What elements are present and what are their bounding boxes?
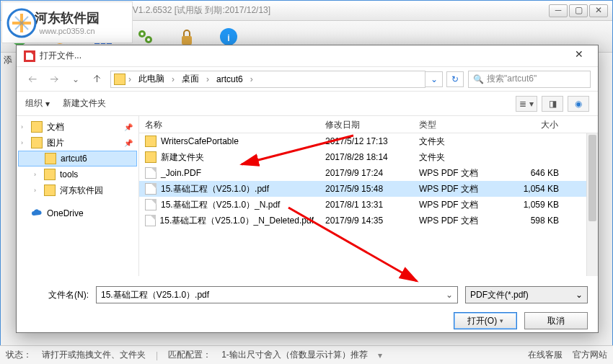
filetype-select[interactable]: PDF文件(*.pdf) ⌄ [465, 286, 588, 303]
col-type[interactable]: 类型 [413, 116, 500, 133]
official-site-link[interactable]: 官方网站 [573, 349, 607, 361]
nav-back-button[interactable]: 🡠 [24, 71, 41, 88]
dialog-footer: 文件名(N): 15.基础工程（V25.1.0）.pdf ⌄ PDF文件(*.p… [17, 276, 598, 338]
search-placeholder: 搜索"artcut6" [487, 73, 537, 85]
file-list: 名称 修改日期 类型 大小 WritersCafePortable2017/5/… [139, 116, 598, 276]
search-input[interactable]: 🔍 搜索"artcut6" [468, 71, 591, 88]
chevron-right-icon[interactable]: › [249, 72, 255, 86]
nav-tree[interactable]: ›文档📌›图片📌artcut6›tools›河东软件园OneDrive [17, 116, 139, 276]
file-row[interactable]: 15.基础工程（V25.1.0）_N.pdf2017/8/1 13:31WPS … [139, 197, 598, 213]
config-dropdown-icon[interactable]: ▾ [378, 350, 382, 360]
help-button[interactable]: ◉ [568, 96, 589, 112]
cancel-button[interactable]: 取消 [524, 312, 588, 329]
file-row[interactable]: _Join.PDF2017/9/9 17:24WPS PDF 文档646 KB [139, 165, 598, 181]
col-name[interactable]: 名称 [139, 116, 319, 133]
file-row[interactable]: 15.基础工程（V25.1.0）.pdf2017/5/9 15:48WPS PD… [139, 181, 598, 197]
search-icon: 🔍 [473, 74, 484, 84]
minimize-button[interactable]: ─ [549, 4, 568, 17]
svg-point-6 [147, 38, 150, 41]
col-size[interactable]: 大小 [500, 116, 565, 133]
tree-item[interactable]: OneDrive [18, 205, 137, 221]
svg-text:i: i [227, 33, 229, 43]
status-label: 状态： [6, 349, 32, 361]
folder-icon [145, 136, 156, 147]
side-label: 添 [4, 54, 12, 66]
status-rule: 1-输出尺寸舍入（倍数显示计算）推荐 [221, 349, 368, 361]
file-icon [145, 183, 156, 195]
preview-pane-button[interactable]: ◨ [542, 96, 563, 112]
file-row[interactable]: 新建文件夹2017/8/28 18:14文件夹 [139, 149, 598, 165]
maximize-button[interactable]: ▢ [569, 4, 588, 17]
nav-forward-button: 🡢 [45, 71, 63, 88]
scrollbar-thumb[interactable] [588, 135, 596, 221]
status-bar: 状态： 请打开或拖拽文件、文件夹 | 匹配配置： 1-输出尺寸舍入（倍数显示计算… [0, 345, 613, 364]
crumb-dropdown-button[interactable]: ⌄ [425, 71, 443, 87]
file-row[interactable]: WritersCafePortable2017/5/12 17:13文件夹 [139, 133, 598, 149]
crumb-pc[interactable]: 此电脑 [134, 72, 169, 86]
refresh-button[interactable]: ↻ [446, 71, 464, 87]
svg-point-5 [141, 32, 144, 35]
filetype-value: PDF文件(*.pdf) [470, 289, 529, 301]
nav-up-button[interactable]: 🡡 [89, 71, 106, 88]
watermark-logo: 河东软件园 www.pc0359.cn [1, 1, 133, 43]
status-match-label: 匹配配置： [168, 349, 211, 361]
tree-item[interactable]: artcut6 [18, 151, 137, 167]
nav-history-button[interactable]: ⌄ [67, 71, 84, 88]
online-service-link[interactable]: 在线客服 [528, 349, 563, 361]
chevron-down-icon: ⌄ [575, 290, 583, 300]
logo-url: www.pc0359.cn [39, 27, 94, 35]
file-icon [145, 215, 156, 226]
crumb-desktop[interactable]: 桌面 [177, 72, 203, 86]
tree-item[interactable]: ›文档📌 [18, 119, 137, 135]
dialog-titlebar: 打开文件... ✕ [17, 45, 598, 67]
chevron-right-icon[interactable]: › [127, 72, 133, 86]
breadcrumb[interactable]: › 此电脑 › 桌面 › artcut6 › [110, 71, 425, 88]
file-icon [145, 167, 156, 179]
dialog-title: 打开文件... [40, 50, 568, 62]
svg-rect-7 [182, 36, 192, 45]
col-date[interactable]: 修改日期 [319, 116, 413, 133]
command-bar: 组织▾ 新建文件夹 ≣ ▾ ◨ ◉ [17, 92, 598, 116]
new-folder-button[interactable]: 新建文件夹 [63, 97, 106, 110]
chevron-down-icon: ▾ [500, 317, 503, 324]
chevron-right-icon[interactable]: › [170, 72, 176, 86]
chevron-right-icon[interactable]: › [205, 72, 211, 86]
chevron-down-icon[interactable]: ⌄ [446, 290, 453, 300]
chevron-down-icon: ▾ [45, 99, 50, 109]
organize-menu[interactable]: 组织▾ [25, 97, 50, 110]
status-hint: 请打开或拖拽文件、文件夹 [42, 349, 146, 361]
logo-text: 河东软件园 [35, 9, 100, 27]
tree-item[interactable]: ›河东软件园 [18, 182, 137, 198]
folder-icon [145, 151, 156, 163]
filename-input[interactable]: 15.基础工程（V25.1.0）.pdf ⌄ [96, 286, 458, 303]
scrollbar[interactable] [586, 133, 598, 276]
close-button[interactable]: ✕ [589, 4, 608, 17]
filename-value: 15.基础工程（V25.1.0）.pdf [101, 289, 209, 301]
folder-icon [114, 74, 125, 85]
filename-label: 文件名(N): [27, 289, 89, 301]
open-file-dialog: 打开文件... ✕ 🡠 🡢 ⌄ 🡡 › 此电脑 › 桌面 › artcut6 ›… [16, 45, 599, 333]
open-button[interactable]: 打开(O)▾ [454, 312, 517, 329]
list-header: 名称 修改日期 类型 大小 [139, 116, 598, 133]
file-row[interactable]: 15.基础工程（V25.1.0）_N_Deleted.pdf2017/9/9 1… [139, 213, 598, 228]
tree-item[interactable]: ›图片📌 [18, 135, 137, 151]
pdf-icon [24, 50, 35, 62]
crumb-folder[interactable]: artcut6 [212, 72, 247, 86]
view-mode-button[interactable]: ≣ ▾ [516, 96, 537, 112]
nav-bar: 🡠 🡢 ⌄ 🡡 › 此电脑 › 桌面 › artcut6 › ⌄ ↻ 🔍 搜索"… [17, 67, 598, 92]
tree-item[interactable]: ›tools [18, 167, 137, 182]
dialog-close-button[interactable]: ✕ [568, 48, 591, 64]
file-icon [145, 199, 156, 210]
